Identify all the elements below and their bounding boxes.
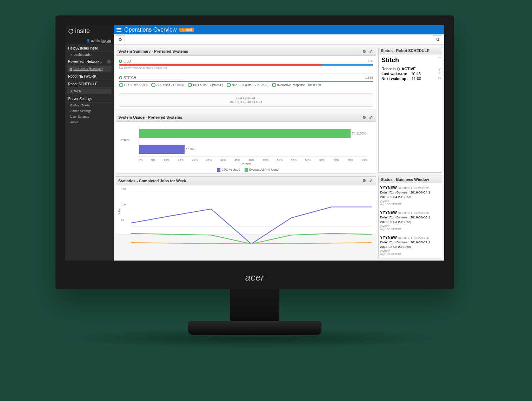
user-icon: 👤: [86, 39, 90, 42]
chevron-up-icon[interactable]: ^: [107, 60, 111, 64]
robot-state: Robot is ACTIVE: [381, 67, 439, 71]
expand-icon[interactable]: ⤢: [367, 48, 374, 54]
shared-badge: Shared: [179, 28, 194, 32]
status-ok-icon: [119, 60, 122, 63]
brand-logo: insite: [65, 25, 114, 38]
usage-xaxis: 0%5%10%15%20%25%30%35%40%45%50%55%60%65%…: [139, 157, 367, 162]
sidebar-item-dashboards[interactable]: Dashboards: [65, 52, 114, 58]
panel-title: System Usage - Preferred Systems: [118, 115, 182, 119]
usage-rowlabel: STITCH: [120, 139, 131, 142]
logo-icon: [68, 28, 74, 34]
expand-icon[interactable]: ⤢: [367, 114, 374, 120]
panel-system-summary: System Summary - Preferred Systems ⚙ ⤢ L…: [116, 47, 376, 110]
status-ok-icon: [119, 76, 122, 79]
sidebar-item-admin-settings[interactable]: Admin Settings: [65, 108, 114, 114]
sidebar-item-about[interactable]: About: [65, 119, 114, 125]
summary-row-stitch: STITCH 1,565 CPU Used 15.9% ASP Used 74.…: [119, 73, 373, 88]
metric-db: DB Faults 1.7 (*BASE): [188, 83, 223, 87]
page-title: Operations Overview: [124, 27, 177, 33]
sidebar-section-insite: HelpSystems Insite: [65, 44, 114, 52]
sidebar: insite 👤 admin, log out HelpSystems Insi…: [65, 25, 114, 261]
summary-row-lilo: LILO 486 No Performance Metrics Collecte…: [119, 58, 373, 71]
panel-business-window: Status - Business Window YYYNEW on STITC…: [378, 176, 442, 258]
sidebar-item-pshdev01[interactable]: ⇄ PSHDev01 (Manager): [67, 66, 112, 72]
gear-icon[interactable]: ⚙: [361, 48, 367, 54]
swap-icon: ⇄: [69, 67, 72, 71]
monitor-brand: acer: [55, 272, 454, 283]
panel-title: System Summary - Preferred Systems: [118, 49, 188, 53]
sidebar-section-server: Server Settings: [65, 95, 114, 103]
bw-list[interactable]: YYYNEW on STITCH.HELPSYSTE Didn't Run Be…: [379, 183, 442, 258]
usage-chart: System STITCH 74.1100%: [116, 122, 376, 166]
metric-nondb: Non-DB Faults 1.7 (*BASE): [227, 83, 268, 87]
main: Operations Overview Shared ⧉: [114, 25, 444, 261]
panel-system-usage: System Usage - Preferred Systems ⚙ ⤢ Sys…: [116, 113, 376, 173]
stats-chart: Jobs 150 100 50: [116, 185, 376, 235]
copy-button[interactable]: ⧉: [433, 35, 442, 43]
robot-name: Stitch: [381, 57, 439, 64]
bw-item[interactable]: YYYNEW on STITCH.HELPSYSTE Didn't Run Be…: [379, 233, 442, 258]
status-ok-icon: [397, 67, 400, 71]
last-updated: Last Updated: 2016-8-4 10:48:54 CDT: [119, 93, 373, 107]
bar-asp-value: 74.1100%: [352, 132, 366, 135]
bar-cpu: [139, 145, 185, 154]
gear-icon[interactable]: ⚙: [361, 114, 367, 120]
usage-xtitle: Percent: [125, 162, 367, 166]
next-wakeup: Next wake-up: 11:00: [381, 77, 439, 81]
sidebar-item-user-settings[interactable]: User Settings: [65, 114, 114, 119]
gear-icon[interactable]: ⚙: [361, 178, 367, 184]
panel-title: Statistics - Completed Jobs for Week: [118, 179, 186, 183]
stitch-value: 1,565: [365, 76, 373, 79]
logout-link[interactable]: log out: [101, 39, 111, 42]
toolbar: ⧉: [114, 34, 444, 45]
sidebar-section-network[interactable]: Robot NETWORK: [65, 72, 114, 80]
swap-icon: ⇄: [69, 90, 72, 93]
last-wakeup: Last wake-up: 10:46: [381, 72, 439, 76]
metric-asp: ASP Used 74.1100%: [151, 83, 185, 87]
sidebar-item-getting-started[interactable]: Getting Started: [65, 103, 114, 108]
sidebar-section-powertech[interactable]: PowerTech Network... ^: [65, 58, 114, 65]
lilo-value: 486: [368, 59, 373, 63]
user-info: 👤 admin, log out: [65, 38, 114, 44]
bar-cpu-value: 15.9%: [186, 147, 195, 151]
metric-cpu: CPU Used 15.9%: [119, 83, 148, 87]
panel-statistics: Statistics - Completed Jobs for Week ⚙ ⤢…: [116, 176, 376, 235]
panel-title: Status - Business Window: [381, 177, 429, 182]
sidebar-section-schedule[interactable]: Robot SCHEDULE: [65, 80, 114, 88]
stats-lines: [131, 192, 372, 244]
bw-item[interactable]: YYYNEW on STITCH.HELPSYSTE Didn't Run Be…: [379, 208, 442, 233]
stats-ylabel: Jobs: [118, 208, 121, 215]
panel-status-robot: Status - Robot SCHEDULE 10 Stitch 75 Rob…: [378, 47, 442, 173]
metric-irt: Interactive Response Time 0.170: [272, 83, 321, 87]
bar-asp: [139, 129, 351, 138]
sidebar-item-stitch[interactable]: ⇄ Stitch: [67, 88, 112, 94]
refresh-icon: [118, 37, 122, 41]
usage-legend: CPU % Used System ASP % Used: [116, 166, 376, 173]
panel-title: Status - Robot SCHEDULE: [381, 48, 430, 53]
bw-item[interactable]: YYYNEW on STITCH.HELPSYSTE Didn't Run Be…: [379, 183, 442, 208]
expand-icon[interactable]: ⤢: [367, 178, 374, 184]
mini-ylabel: Jobs: [438, 68, 441, 74]
refresh-button[interactable]: [116, 35, 125, 43]
lilo-note: No Performance Metrics Collected: [119, 66, 373, 70]
menu-icon[interactable]: [117, 28, 121, 32]
titlebar: Operations Overview Shared: [114, 25, 444, 34]
